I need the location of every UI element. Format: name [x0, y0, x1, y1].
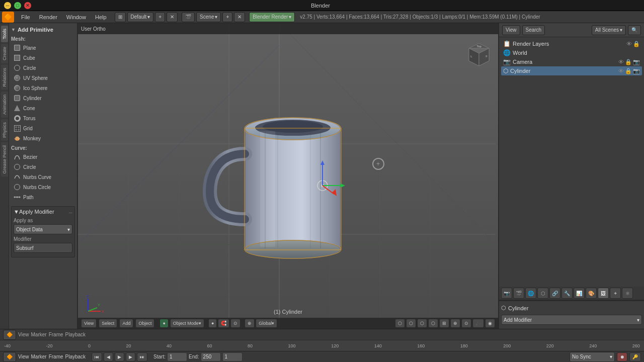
viewport-extra5[interactable]: ◉	[485, 319, 495, 328]
screen-icon[interactable]: ⊞	[115, 12, 126, 22]
mesh-monkey[interactable]: 🐵 Monkey	[11, 133, 75, 143]
orientation-cube[interactable]: Top L F	[464, 38, 494, 68]
mesh-torus[interactable]: Torus	[11, 113, 75, 123]
sidebar-tab-relations[interactable]: Relations	[1, 65, 8, 90]
render-engine-dropdown[interactable]: Blender Render ▾	[249, 12, 295, 22]
view-menu[interactable]: View	[81, 319, 97, 328]
pivot-btn[interactable]: ●	[208, 319, 217, 328]
timeline-marker-btn[interactable]: Marker	[31, 354, 47, 359]
transform-orient[interactable]: Global ▾	[256, 319, 277, 328]
prop-tab-scene[interactable]: 🎬	[513, 288, 524, 299]
next-frame[interactable]: ▶	[126, 352, 135, 361]
play-next[interactable]: ⏭	[137, 352, 147, 361]
rp-search-btn[interactable]: Search	[522, 25, 545, 35]
rp-view-btn[interactable]: View	[502, 25, 520, 35]
snap-btn[interactable]: 🧲	[218, 319, 229, 328]
outliner-render-layers[interactable]: 📋 Render Layers 👁 🔒	[501, 39, 642, 48]
scene-icon[interactable]: 🎬	[182, 12, 195, 22]
shading-wire[interactable]: ⬡	[395, 319, 405, 328]
modifier-options[interactable]: ...	[68, 209, 72, 214]
search-icon-btn[interactable]: 🔍	[628, 25, 641, 35]
add-scene[interactable]: +	[222, 12, 232, 22]
timeline-view[interactable]: View	[18, 354, 29, 359]
cyl-render[interactable]: 📷	[633, 68, 640, 74]
play-prev[interactable]: ⏮	[92, 352, 102, 361]
timeline-engine[interactable]: 🔶	[3, 352, 16, 362]
menu-window[interactable]: Window	[62, 13, 90, 21]
curve-circle[interactable]: Circle	[11, 162, 75, 172]
curve-nurbs-circle[interactable]: Nurbs Circle	[11, 182, 75, 192]
sidebar-tab-create[interactable]: Create	[1, 44, 8, 63]
select-menu[interactable]: Select	[99, 319, 117, 328]
mode-dropdown[interactable]: Object Mode ▾	[170, 319, 204, 328]
remove-scene[interactable]: ✕	[234, 12, 245, 22]
remove-screen[interactable]: ✕	[167, 12, 178, 22]
timeline-playback-btn[interactable]: Playback	[65, 354, 86, 359]
shading-material[interactable]: ⬡	[417, 319, 427, 328]
outliner-world[interactable]: 🌐 World	[501, 48, 642, 57]
sidebar-tab-tools[interactable]: Tools	[1, 26, 8, 42]
timeline-frame-btn[interactable]: Frame	[49, 354, 63, 359]
cam-eye[interactable]: 👁	[618, 59, 624, 65]
prop-tab-modifier[interactable]: 🔧	[561, 288, 573, 299]
status-marker[interactable]: Marker	[31, 332, 47, 337]
mesh-cone[interactable]: Cone	[11, 103, 75, 113]
menu-file[interactable]: File	[17, 13, 34, 21]
status-view[interactable]: View	[18, 332, 29, 337]
outliner-cylinder[interactable]: ⬡ Cylinder 👁 🔒 📷	[501, 66, 642, 75]
prop-tab-constraints[interactable]: 🔗	[549, 288, 560, 299]
mesh-uvsphere[interactable]: UV Sphere	[11, 73, 75, 83]
status-playback[interactable]: Playback	[65, 332, 86, 337]
close-button[interactable]: ✕	[24, 2, 31, 9]
curve-nurbs[interactable]: Nurbs Curve	[11, 172, 75, 182]
record-btn[interactable]: ⏺	[617, 352, 627, 361]
end-frame[interactable]: 250	[201, 352, 221, 361]
mesh-plane[interactable]: Plane	[11, 43, 75, 53]
mesh-cylinder[interactable]: Cylinder	[11, 93, 75, 103]
object-menu[interactable]: Object	[135, 319, 154, 328]
prop-tab-render[interactable]: 📷	[501, 288, 512, 299]
workspace-dropdown[interactable]: Default ▾	[127, 12, 154, 22]
add-modifier-btn[interactable]: Add Modifier ▾	[501, 315, 642, 325]
prev-frame[interactable]: ◀	[104, 352, 113, 361]
mesh-grid[interactable]: Grid	[11, 123, 75, 133]
viewport-extra2[interactable]: ⊕	[450, 319, 460, 328]
mesh-circle[interactable]: Circle	[11, 63, 75, 73]
prop-tab-particles[interactable]: ✦	[610, 288, 621, 299]
viewport-extra3[interactable]: ⊙	[461, 319, 471, 328]
add-primitive-header[interactable]: ▼ Add Primitive	[11, 25, 75, 34]
cam-render[interactable]: 📷	[633, 59, 640, 65]
transform-gizmo[interactable]	[305, 158, 345, 204]
all-scenes-dropdown[interactable]: All Scenes ▾	[592, 25, 626, 35]
vis-eye[interactable]: 👁	[626, 41, 632, 47]
modifier-input[interactable]: Subsurf	[14, 243, 72, 253]
cam-lock[interactable]: 🔒	[625, 59, 632, 65]
cyl-eye[interactable]: 👁	[618, 68, 624, 74]
outliner-camera[interactable]: 📷 Camera 👁 🔒 📷	[501, 57, 642, 66]
scene-dropdown[interactable]: Scene ▾	[196, 12, 221, 22]
proportional-edit[interactable]: ⊙	[230, 319, 240, 328]
apply-as-dropdown[interactable]: Object Data ▾	[14, 224, 72, 234]
mesh-icosphere[interactable]: Ico Sphere	[11, 83, 75, 93]
sidebar-tab-animation[interactable]: Animation	[1, 92, 8, 118]
status-engine-icon[interactable]: 🔶	[3, 330, 16, 340]
mode-icon[interactable]: ●	[159, 319, 168, 328]
viewport-extra1[interactable]: ⊞	[439, 319, 449, 328]
shading-render[interactable]: ⬡	[428, 319, 438, 328]
current-frame[interactable]: 1	[222, 352, 243, 361]
prop-tab-data[interactable]: 📊	[574, 288, 585, 299]
curve-bezier[interactable]: Bezier	[11, 152, 75, 162]
shading-solid[interactable]: ⬡	[406, 319, 416, 328]
sidebar-tab-grease[interactable]: Grease Pencil	[1, 142, 8, 177]
transform-gizmo-btn[interactable]: ⊕	[245, 319, 255, 328]
prop-tab-texture[interactable]: 🖼	[598, 288, 609, 299]
prop-tab-material[interactable]: 🎨	[586, 288, 597, 299]
minimize-button[interactable]: ─	[4, 2, 11, 9]
add-menu[interactable]: Add	[119, 319, 133, 328]
keying-btn[interactable]: 🔑	[629, 352, 641, 361]
menu-render[interactable]: Render	[35, 13, 61, 21]
mesh-cube[interactable]: Cube	[11, 53, 75, 63]
prop-tab-physics[interactable]: ⚛	[622, 288, 633, 299]
sync-dropdown[interactable]: No Sync ▾	[570, 352, 615, 362]
play-btn[interactable]: ▶	[115, 352, 124, 361]
